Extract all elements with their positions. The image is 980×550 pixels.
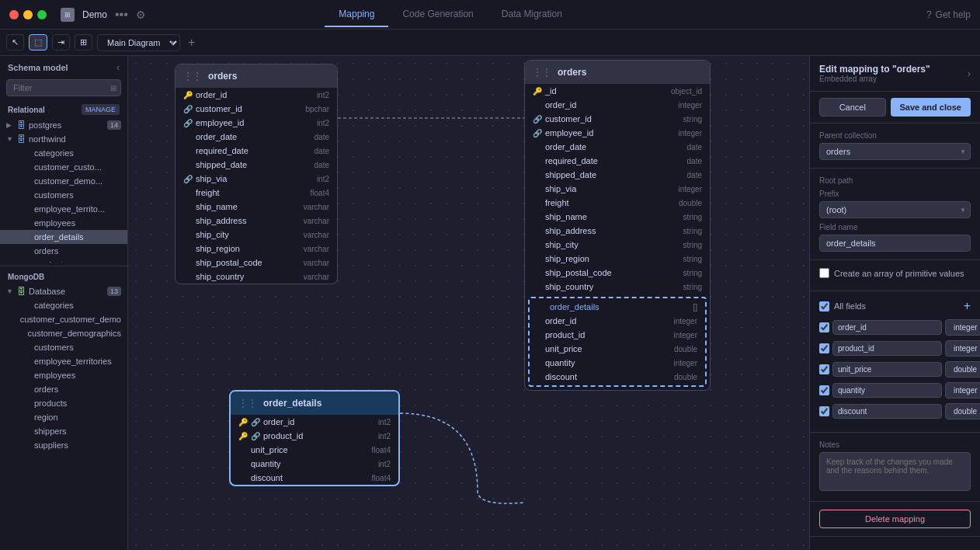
right-panel-title-area: Edit mapping to "orders" Embedded array: [819, 64, 930, 83]
product-id-type-select[interactable]: integer: [945, 340, 980, 357]
field-name-label: Field name: [819, 223, 971, 231]
primitive-checkbox-section: Create an array of primitive values: [810, 260, 980, 291]
table-row: 🔗employee_idint2: [175, 116, 337, 130]
right-panel-title: Edit mapping to "orders": [819, 64, 930, 75]
order-id-checkbox[interactable]: [819, 322, 829, 332]
titlebar: ⊞ Demo ••• ⚙ Mapping Code Generation Dat…: [0, 0, 980, 30]
orders-relational-header[interactable]: ⋮⋮ orders: [175, 64, 337, 88]
sidebar-item-employee-territo[interactable]: employee_territo...: [0, 202, 127, 216]
sidebar-item-customers[interactable]: customers: [0, 188, 127, 202]
table-row: unit_pricefloat4: [231, 443, 398, 457]
maximize-button[interactable]: [37, 10, 47, 19]
quantity-checkbox[interactable]: [819, 385, 829, 395]
add-field-icon[interactable]: +: [964, 299, 971, 313]
field-mapping-order-id: integer ℹ: [819, 319, 971, 336]
zoom-tool[interactable]: ⊞: [75, 34, 92, 50]
delete-mapping-button[interactable]: Delete mapping: [819, 510, 971, 528]
sidebar-item-mongo-suppliers[interactable]: suppliers: [0, 438, 127, 452]
unit-price-field-input[interactable]: [832, 362, 942, 377]
sidebar-item-mongo-categories[interactable]: categories: [0, 298, 127, 312]
right-panel-collapse-icon[interactable]: ›: [968, 68, 971, 79]
sidebar-item-mongo-employees[interactable]: employees: [0, 368, 127, 382]
primitive-checkbox[interactable]: [819, 268, 829, 278]
settings-icon[interactable]: ⚙: [136, 9, 146, 21]
sidebar-item-customer-demo[interactable]: customer_demo...: [0, 174, 127, 188]
sidebar-item-mongo-customer-customer-demo[interactable]: customer_customer_demo: [0, 312, 127, 326]
arrow-tool[interactable]: ↖: [6, 34, 24, 50]
discount-field-input[interactable]: [832, 404, 942, 419]
table-row: discountdouble: [530, 370, 705, 384]
diagram-select[interactable]: Main Diagram: [97, 34, 180, 51]
sidebar-item-mongo-customers[interactable]: customers: [0, 340, 127, 354]
discount-checkbox[interactable]: [819, 406, 829, 416]
select-tool[interactable]: ⬚: [29, 34, 47, 50]
save-and-close-button[interactable]: Save and close: [891, 98, 971, 117]
filter-input[interactable]: [6, 79, 121, 96]
cancel-button[interactable]: Cancel: [819, 98, 886, 117]
all-fields-checkbox[interactable]: [819, 301, 829, 312]
tab-mapping[interactable]: Mapping: [325, 2, 388, 27]
sidebar-item-mongo-orders[interactable]: orders: [0, 382, 127, 396]
order-id-type-select[interactable]: integer: [945, 319, 980, 336]
sidebar-item-mongo-customer-demographics[interactable]: customer_demographics: [0, 326, 127, 340]
field-name-input[interactable]: [819, 235, 971, 252]
sidebar-item-order-details[interactable]: order_details: [0, 230, 127, 244]
table-row: freightfloat4: [175, 186, 337, 200]
table-row: shipped_datedate: [525, 168, 710, 182]
canvas[interactable]: ⋮⋮ orders 🔑order_idint2 🔗customer_idbpch…: [128, 56, 809, 550]
table-row: 🔑 🔗 product_idint2: [231, 429, 398, 443]
root-path-label: Root path: [819, 176, 971, 185]
sidebar-item-mongo-employee-territories[interactable]: employee_territories: [0, 354, 127, 368]
quantity-field-input[interactable]: [832, 383, 942, 398]
manage-button[interactable]: MANAGE: [82, 104, 120, 115]
sidebar-item-mongo-shippers[interactable]: shippers: [0, 424, 127, 438]
discount-type-select[interactable]: double: [945, 403, 980, 419]
product-id-field-input[interactable]: [832, 341, 942, 356]
sidebar-item-mongo-products[interactable]: products: [0, 396, 127, 410]
expand-icon: ▼: [6, 287, 14, 295]
parent-collection-select[interactable]: orders: [819, 143, 971, 160]
table-row: order_datedate: [525, 140, 710, 154]
order-details-header[interactable]: ⋮⋮ order_details: [231, 392, 398, 415]
orders-mongo-header[interactable]: ⋮⋮ orders: [525, 61, 710, 84]
table-row: ship_namestring: [525, 210, 710, 224]
sidebar-item-orders[interactable]: orders: [0, 244, 127, 258]
quantity-type-select[interactable]: integer: [945, 382, 980, 399]
section-divider: [0, 266, 127, 266]
unit-price-type-select[interactable]: double: [945, 361, 980, 378]
sidebar-item-employees[interactable]: employees: [0, 216, 127, 230]
all-fields-label: All fields: [834, 301, 866, 311]
product-id-checkbox[interactable]: [819, 343, 829, 353]
order-id-field-input[interactable]: [832, 320, 942, 335]
traffic-lights: [9, 10, 47, 19]
sidebar-item-customer-custo[interactable]: customer_custo...: [0, 160, 127, 174]
unit-price-checkbox[interactable]: [819, 364, 829, 374]
connect-tool[interactable]: ⇥: [52, 34, 70, 50]
right-panel: Edit mapping to "orders" Embedded array …: [809, 56, 980, 550]
sidebar-item-categories[interactable]: categories: [0, 146, 127, 160]
field-mapping-product-id: integer ℹ: [819, 340, 971, 357]
link-icon: 🔗: [183, 175, 193, 183]
sidebar-item-northwind[interactable]: ▼ 🗄 northwind: [0, 132, 127, 146]
help-button[interactable]: ? Get help: [926, 9, 971, 20]
app-menu-dots[interactable]: •••: [115, 8, 128, 22]
minimize-button[interactable]: [23, 10, 33, 19]
orders-mongo-card: ⋮⋮ orders 🔑_idobject_id order_idinteger …: [524, 60, 711, 391]
prefix-select[interactable]: (root): [819, 201, 971, 218]
action-buttons-row: Cancel Save and close: [810, 92, 980, 124]
sidebar-item-database[interactable]: ▼ 🗄 Database 13: [0, 284, 127, 298]
sidebar-item-products[interactable]: products: [0, 258, 127, 263]
sidebar-item-mongo-region[interactable]: region: [0, 410, 127, 424]
notes-textarea[interactable]: [819, 452, 971, 491]
tab-data-migration[interactable]: Data Migration: [488, 2, 576, 27]
all-fields-row: All fields +: [819, 299, 971, 313]
sidebar-filter-container: ⊞: [6, 79, 121, 96]
sidebar-collapse-icon[interactable]: ‹: [116, 62, 120, 73]
add-diagram-button[interactable]: +: [185, 36, 198, 50]
sidebar: Schema model ‹ ⊞ Relational MANAGE ▶ 🗄 p…: [0, 56, 128, 550]
tab-code-generation[interactable]: Code Generation: [388, 2, 487, 27]
table-row: 🔗employee_idinteger: [525, 126, 710, 140]
close-button[interactable]: [9, 10, 19, 19]
sidebar-item-postgres[interactable]: ▶ 🗄 postgres 14: [0, 118, 127, 132]
app-name: Demo: [82, 9, 107, 20]
